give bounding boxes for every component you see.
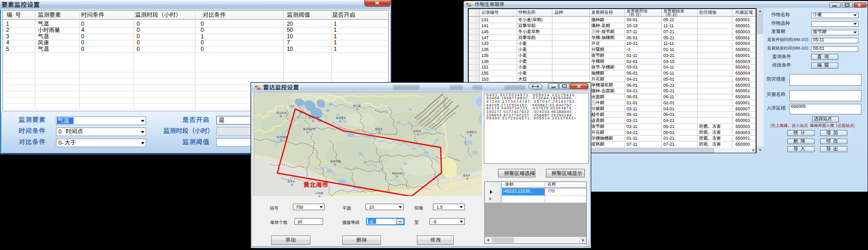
svg-text:-5: -5 (369, 219, 373, 224)
svg-text:20: 20 (297, 219, 302, 224)
svg-text:-5: -5 (432, 219, 437, 224)
svg-text:10: 10 (369, 205, 374, 210)
svg-text:770: 770 (547, 189, 555, 194)
svg-text:750: 750 (296, 205, 303, 210)
svg-text:1.5: 1.5 (437, 205, 443, 210)
svg-text:-45122.12238...: -45122.12238... (503, 189, 533, 194)
